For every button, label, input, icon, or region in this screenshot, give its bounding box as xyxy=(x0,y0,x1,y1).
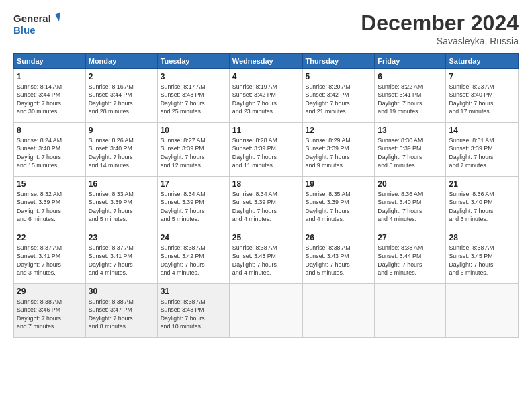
day-info: Sunrise: 8:38 AM Sunset: 3:48 PM Dayligh… xyxy=(161,298,226,330)
day-cell: 8Sunrise: 8:24 AM Sunset: 3:40 PM Daylig… xyxy=(14,123,86,177)
svg-text:General: General xyxy=(13,13,51,24)
day-cell: 4Sunrise: 8:19 AM Sunset: 3:42 PM Daylig… xyxy=(229,69,302,123)
day-number: 7 xyxy=(449,72,515,81)
day-cell: 27Sunrise: 8:38 AM Sunset: 3:44 PM Dayli… xyxy=(375,230,446,284)
day-cell: 21Sunrise: 8:36 AM Sunset: 3:40 PM Dayli… xyxy=(446,177,519,230)
day-cell: 18Sunrise: 8:34 AM Sunset: 3:39 PM Dayli… xyxy=(229,177,302,230)
day-info: Sunrise: 8:29 AM Sunset: 3:39 PM Dayligh… xyxy=(306,136,372,169)
day-number: 1 xyxy=(17,72,83,81)
col-header-sunday: Sunday xyxy=(14,54,86,69)
day-number: 2 xyxy=(89,72,154,81)
day-cell: 16Sunrise: 8:33 AM Sunset: 3:39 PM Dayli… xyxy=(85,177,157,230)
month-title: December 2024 xyxy=(361,11,519,36)
day-cell: 22Sunrise: 8:37 AM Sunset: 3:41 PM Dayli… xyxy=(14,230,86,284)
day-number: 15 xyxy=(17,179,83,189)
day-info: Sunrise: 8:38 AM Sunset: 3:43 PM Dayligh… xyxy=(306,244,372,277)
calendar-header: SundayMondayTuesdayWednesdayThursdayFrid… xyxy=(14,54,519,69)
day-number: 31 xyxy=(161,287,226,296)
day-info: Sunrise: 8:38 AM Sunset: 3:44 PM Dayligh… xyxy=(378,244,443,277)
day-info: Sunrise: 8:38 AM Sunset: 3:43 PM Dayligh… xyxy=(232,244,300,277)
day-cell: 30Sunrise: 8:38 AM Sunset: 3:47 PM Dayli… xyxy=(85,284,157,338)
day-info: Sunrise: 8:32 AM Sunset: 3:39 PM Dayligh… xyxy=(17,190,83,223)
day-cell: 13Sunrise: 8:30 AM Sunset: 3:39 PM Dayli… xyxy=(375,123,446,177)
day-info: Sunrise: 8:16 AM Sunset: 3:44 PM Dayligh… xyxy=(89,83,154,116)
day-number: 13 xyxy=(378,126,443,135)
day-number: 22 xyxy=(17,233,83,242)
day-cell xyxy=(302,284,375,338)
day-info: Sunrise: 8:38 AM Sunset: 3:47 PM Dayligh… xyxy=(89,298,154,330)
day-number: 27 xyxy=(378,233,443,242)
day-cell: 23Sunrise: 8:37 AM Sunset: 3:41 PM Dayli… xyxy=(85,230,157,284)
day-info: Sunrise: 8:36 AM Sunset: 3:40 PM Dayligh… xyxy=(449,190,515,223)
day-cell: 29Sunrise: 8:38 AM Sunset: 3:46 PM Dayli… xyxy=(14,284,86,338)
week-row-2: 8Sunrise: 8:24 AM Sunset: 3:40 PM Daylig… xyxy=(14,123,519,177)
day-cell: 26Sunrise: 8:38 AM Sunset: 3:43 PM Dayli… xyxy=(302,230,375,284)
day-number: 12 xyxy=(306,126,372,135)
day-info: Sunrise: 8:34 AM Sunset: 3:39 PM Dayligh… xyxy=(161,190,226,223)
day-number: 4 xyxy=(232,72,300,81)
day-number: 20 xyxy=(378,179,443,189)
day-cell: 5Sunrise: 8:20 AM Sunset: 3:42 PM Daylig… xyxy=(302,69,375,123)
day-info: Sunrise: 8:20 AM Sunset: 3:42 PM Dayligh… xyxy=(306,83,372,116)
day-info: Sunrise: 8:23 AM Sunset: 3:40 PM Dayligh… xyxy=(449,83,515,116)
day-cell: 2Sunrise: 8:16 AM Sunset: 3:44 PM Daylig… xyxy=(85,69,157,123)
day-number: 9 xyxy=(89,126,154,135)
col-header-tuesday: Tuesday xyxy=(157,54,229,69)
day-info: Sunrise: 8:26 AM Sunset: 3:40 PM Dayligh… xyxy=(89,136,154,169)
day-info: Sunrise: 8:38 AM Sunset: 3:45 PM Dayligh… xyxy=(449,244,515,277)
day-number: 6 xyxy=(378,72,443,81)
day-cell: 12Sunrise: 8:29 AM Sunset: 3:39 PM Dayli… xyxy=(302,123,375,177)
day-number: 10 xyxy=(161,126,226,135)
day-cell: 14Sunrise: 8:31 AM Sunset: 3:39 PM Dayli… xyxy=(446,123,519,177)
day-info: Sunrise: 8:24 AM Sunset: 3:40 PM Dayligh… xyxy=(17,136,83,169)
day-number: 3 xyxy=(161,72,226,81)
day-info: Sunrise: 8:37 AM Sunset: 3:41 PM Dayligh… xyxy=(89,244,154,277)
day-info: Sunrise: 8:34 AM Sunset: 3:39 PM Dayligh… xyxy=(232,190,300,223)
day-cell xyxy=(229,284,302,338)
col-header-thursday: Thursday xyxy=(302,54,375,69)
day-info: Sunrise: 8:22 AM Sunset: 3:41 PM Dayligh… xyxy=(378,83,443,116)
day-number: 17 xyxy=(161,179,226,189)
week-row-4: 22Sunrise: 8:37 AM Sunset: 3:41 PM Dayli… xyxy=(14,230,519,284)
col-header-saturday: Saturday xyxy=(446,54,519,69)
day-number: 25 xyxy=(232,233,300,242)
svg-marker-2 xyxy=(55,12,60,21)
day-number: 30 xyxy=(89,287,154,296)
day-number: 8 xyxy=(17,126,83,135)
day-cell: 31Sunrise: 8:38 AM Sunset: 3:48 PM Dayli… xyxy=(157,284,229,338)
day-number: 28 xyxy=(449,233,515,242)
subtitle: Savasleyka, Russia xyxy=(361,36,519,46)
day-cell: 15Sunrise: 8:32 AM Sunset: 3:39 PM Dayli… xyxy=(14,177,86,230)
day-info: Sunrise: 8:33 AM Sunset: 3:39 PM Dayligh… xyxy=(89,190,154,223)
header: General Blue December 2024 Savasleyka, R… xyxy=(13,11,519,46)
col-header-friday: Friday xyxy=(375,54,446,69)
day-number: 11 xyxy=(232,126,300,135)
day-info: Sunrise: 8:31 AM Sunset: 3:39 PM Dayligh… xyxy=(449,136,515,169)
day-number: 19 xyxy=(306,179,372,189)
day-info: Sunrise: 8:36 AM Sunset: 3:40 PM Dayligh… xyxy=(378,190,443,223)
day-cell xyxy=(375,284,446,338)
logo-svg: General Blue xyxy=(13,11,60,36)
day-info: Sunrise: 8:35 AM Sunset: 3:39 PM Dayligh… xyxy=(306,190,372,223)
day-info: Sunrise: 8:27 AM Sunset: 3:39 PM Dayligh… xyxy=(161,136,226,169)
day-info: Sunrise: 8:38 AM Sunset: 3:42 PM Dayligh… xyxy=(161,244,226,277)
day-info: Sunrise: 8:19 AM Sunset: 3:42 PM Dayligh… xyxy=(232,83,300,116)
day-cell: 24Sunrise: 8:38 AM Sunset: 3:42 PM Dayli… xyxy=(157,230,229,284)
day-number: 5 xyxy=(306,72,372,81)
day-cell: 11Sunrise: 8:28 AM Sunset: 3:39 PM Dayli… xyxy=(229,123,302,177)
day-cell: 19Sunrise: 8:35 AM Sunset: 3:39 PM Dayli… xyxy=(302,177,375,230)
day-info: Sunrise: 8:28 AM Sunset: 3:39 PM Dayligh… xyxy=(232,136,300,169)
day-cell: 10Sunrise: 8:27 AM Sunset: 3:39 PM Dayli… xyxy=(157,123,229,177)
col-header-monday: Monday xyxy=(85,54,157,69)
day-number: 21 xyxy=(449,179,515,189)
day-info: Sunrise: 8:38 AM Sunset: 3:46 PM Dayligh… xyxy=(17,298,83,330)
day-cell: 3Sunrise: 8:17 AM Sunset: 3:43 PM Daylig… xyxy=(157,69,229,123)
day-cell: 17Sunrise: 8:34 AM Sunset: 3:39 PM Dayli… xyxy=(157,177,229,230)
day-cell: 1Sunrise: 8:14 AM Sunset: 3:44 PM Daylig… xyxy=(14,69,86,123)
day-number: 16 xyxy=(89,179,154,189)
day-cell: 20Sunrise: 8:36 AM Sunset: 3:40 PM Dayli… xyxy=(375,177,446,230)
day-cell xyxy=(446,284,519,338)
col-header-wednesday: Wednesday xyxy=(229,54,302,69)
day-number: 23 xyxy=(89,233,154,242)
day-cell: 9Sunrise: 8:26 AM Sunset: 3:40 PM Daylig… xyxy=(85,123,157,177)
